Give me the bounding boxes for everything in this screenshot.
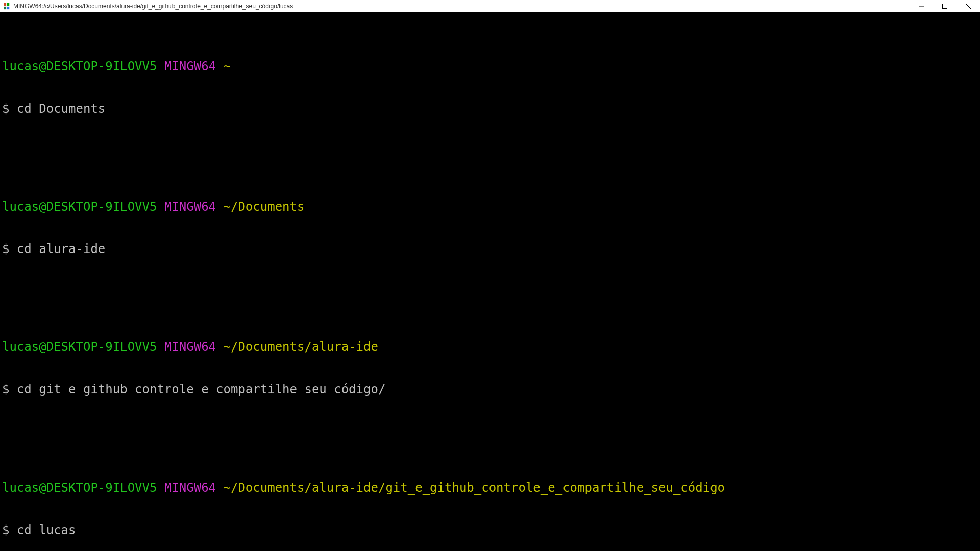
svg-rect-0	[4, 3, 6, 6]
command-line: $ cd lucas	[2, 523, 978, 538]
git-bash-icon	[3, 3, 10, 10]
prompt-line: lucas@DESKTOP-9ILOVV5 MINGW64 ~	[2, 60, 978, 74]
maximize-button[interactable]	[933, 0, 957, 12]
command-line: $ cd alura-ide	[2, 242, 978, 257]
close-button[interactable]	[957, 0, 980, 12]
svg-rect-3	[7, 7, 9, 9]
command-line: $ cd Documents	[2, 102, 978, 116]
window-title: MINGW64:/c/Users/lucas/Documents/alura-i…	[13, 3, 293, 10]
prompt-line: lucas@DESKTOP-9ILOVV5 MINGW64 ~/Document…	[2, 340, 978, 355]
window-titlebar: MINGW64:/c/Users/lucas/Documents/alura-i…	[0, 0, 980, 12]
prompt-line: lucas@DESKTOP-9ILOVV5 MINGW64 ~/Document…	[2, 200, 978, 214]
prompt-line: lucas@DESKTOP-9ILOVV5 MINGW64 ~/Document…	[2, 481, 978, 495]
terminal-viewport[interactable]: lucas@DESKTOP-9ILOVV5 MINGW64 ~ $ cd Doc…	[0, 12, 980, 551]
command-line: $ cd git_e_github_controle_e_compartilhe…	[2, 383, 978, 397]
minimize-button[interactable]	[910, 0, 933, 12]
svg-rect-2	[4, 7, 6, 9]
svg-rect-5	[943, 4, 947, 9]
svg-rect-1	[7, 3, 9, 6]
